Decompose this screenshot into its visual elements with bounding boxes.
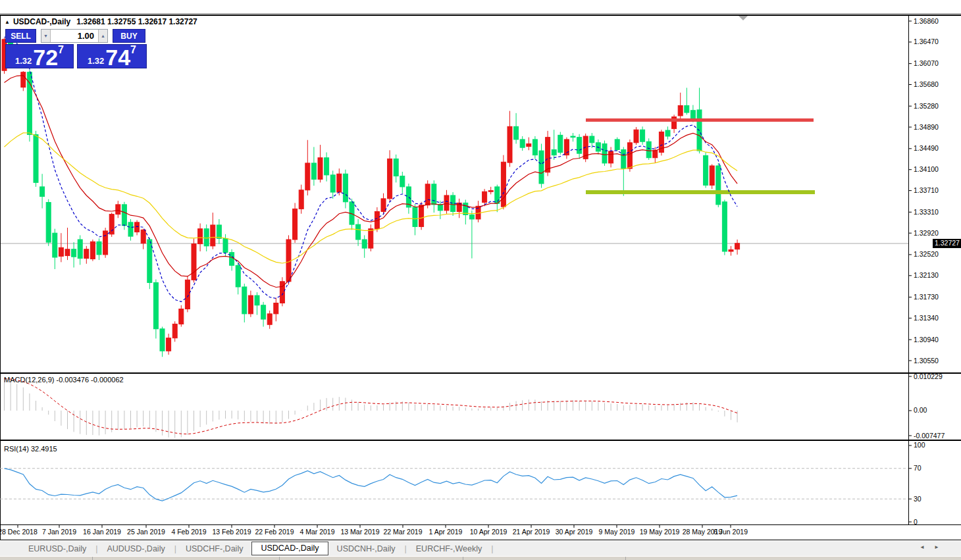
candle-body	[305, 163, 310, 190]
candle-body	[40, 187, 45, 197]
volume-increase-button[interactable]: ▲	[98, 30, 107, 42]
tab-usdchf-daily[interactable]: USDCHF-,Daily	[177, 544, 252, 553]
candle-body	[520, 140, 525, 147]
status-strip-divider	[625, 557, 626, 560]
candle-body	[685, 105, 689, 113]
tab-usdcad-daily[interactable]: USDCAD-,Daily	[251, 542, 328, 555]
sell-price-box[interactable]: 1.32 72 7	[5, 44, 74, 68]
tab-eurusd-daily[interactable]: EURUSD-,Daily	[20, 544, 95, 553]
macd-axis-label: 0.00	[914, 406, 927, 414]
candle-body	[299, 190, 303, 209]
candle-body	[634, 130, 638, 143]
candle-body	[192, 244, 196, 280]
candle-body	[602, 143, 607, 163]
volume-decrease-button[interactable]: ▼	[41, 30, 51, 42]
candle-body	[552, 149, 556, 155]
candle-body	[388, 159, 392, 199]
candle-body	[735, 243, 740, 249]
candle-body	[103, 231, 108, 255]
candle-body	[204, 229, 209, 246]
candle-body	[482, 191, 487, 202]
price-axis-label: 1.35280	[914, 102, 939, 110]
candle-body	[400, 176, 405, 187]
candle-body	[179, 309, 184, 324]
candle-body	[267, 314, 272, 324]
candle-body	[72, 249, 76, 257]
candle-body	[532, 140, 537, 155]
candle-body	[255, 295, 259, 305]
spinner-down-icon: ▼	[43, 34, 48, 38]
candle-body	[558, 135, 563, 152]
price-axis-label: 1.32130	[914, 271, 939, 279]
candle-body	[325, 158, 329, 175]
buy-price-prefix: 1.32	[88, 57, 104, 66]
candle-body	[147, 240, 152, 282]
candle-body	[90, 242, 95, 259]
macd-axis-label: -0.007477	[914, 432, 945, 440]
tabs-scroll-left-icon[interactable]: ◄	[920, 544, 925, 550]
candle-body	[527, 143, 531, 146]
chart-tabs-bar: EURUSD-,Daily | AUDUSD-,Daily | USDCHF-,…	[0, 541, 961, 556]
candle-body	[590, 136, 594, 143]
date-axis-label: 21 Apr 2019	[513, 528, 550, 536]
resistance-line[interactable]	[586, 118, 814, 122]
buy-price-big: 74	[105, 49, 130, 66]
candle-body	[438, 205, 442, 211]
candle-body	[507, 126, 512, 163]
price-axis-label: 1.31730	[914, 293, 939, 301]
candle-body	[27, 72, 32, 135]
candle-body	[330, 175, 335, 192]
candle-body	[514, 126, 519, 140]
date-axis-label: 13 Mar 2019	[341, 528, 380, 536]
date-axis-label: 19 May 2019	[640, 528, 680, 536]
volume-input[interactable]: 1.00	[51, 30, 98, 42]
tab-usdcnh-daily[interactable]: USDCNH-,Daily	[328, 544, 404, 553]
rsi-axis-label: 30	[914, 495, 922, 503]
date-axis-label: 25 Jan 2019	[127, 528, 165, 536]
price-axis-label: 1.31340	[914, 314, 939, 322]
date-axis-label: 28 Dec 2018	[0, 528, 38, 536]
candle-body	[223, 238, 228, 252]
support-line[interactable]	[586, 190, 815, 194]
tab-audusd-daily[interactable]: AUDUSD-,Daily	[98, 544, 173, 553]
tabs-scroll-right-icon[interactable]: ►	[934, 544, 939, 550]
date-axis-label: 16 Jan 2019	[83, 528, 121, 536]
candle-body	[211, 225, 215, 246]
buy-price-sup: 7	[130, 45, 136, 55]
volume-stepper: ▼ 1.00 ▲	[41, 29, 108, 43]
candle-body	[621, 149, 626, 168]
candle-body	[97, 242, 101, 255]
chart-collapse-icon[interactable]: ▲	[5, 19, 10, 25]
candle-body	[53, 233, 57, 257]
candle-body	[261, 305, 266, 319]
candle-body	[65, 249, 70, 256]
price-axis-label: 1.30940	[914, 336, 939, 344]
candle-body	[640, 130, 645, 141]
sell-button[interactable]: SELL	[5, 29, 36, 43]
candle-body	[356, 224, 361, 240]
candle-body	[311, 163, 316, 180]
rsi-axis-label: 0	[914, 518, 918, 526]
candle-body	[704, 155, 708, 185]
status-strip-divider	[92, 557, 93, 560]
buy-price-box[interactable]: 1.32 74 7	[77, 44, 147, 68]
candle-body	[577, 138, 582, 154]
date-axis-label: 22 Feb 2019	[255, 528, 294, 536]
date-axis-label: 7 Jan 2019	[42, 528, 76, 536]
candle-body	[425, 184, 430, 205]
buy-button[interactable]: BUY	[113, 29, 145, 43]
candle-body	[419, 205, 424, 227]
one-click-trading-panel: SELL ▼ 1.00 ▲ BUY 1.32 72 7 1.32 74 7	[5, 29, 149, 68]
chart-canvas[interactable]: 1.368601.364701.360701.356801.352801.348…	[0, 0, 961, 541]
tab-eurchf-weekly[interactable]: EURCHF-,Weekly	[407, 544, 490, 553]
price-axis-label: 1.34100	[914, 165, 939, 173]
price-axis-label: 1.36860	[914, 17, 939, 25]
tab-separator: |	[405, 544, 407, 553]
sell-price-sup: 7	[58, 45, 64, 55]
price-axis-label: 1.33310	[914, 208, 939, 216]
candle-body	[198, 229, 203, 244]
price-axis-label: 1.30550	[914, 357, 939, 365]
candle-body	[236, 265, 240, 287]
spinner-up-icon: ▲	[101, 34, 105, 38]
candle-body	[293, 209, 298, 240]
